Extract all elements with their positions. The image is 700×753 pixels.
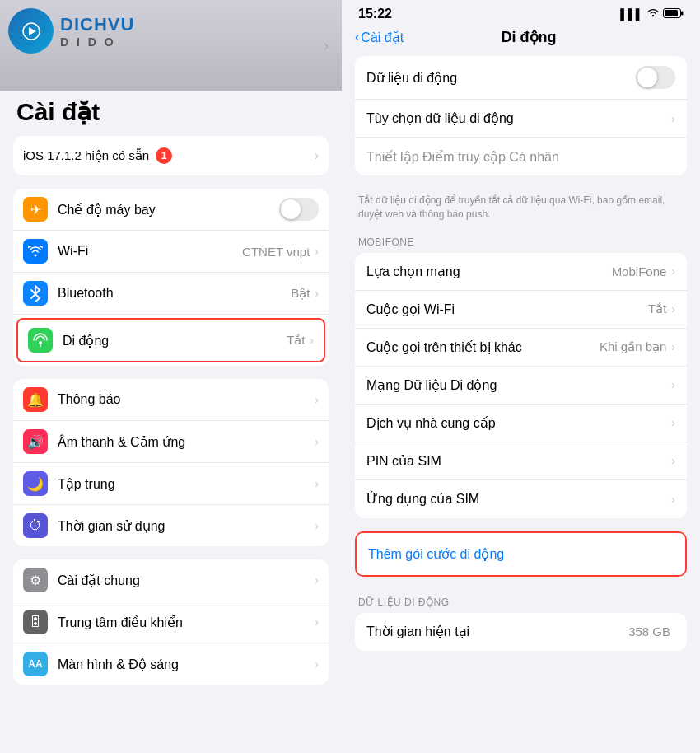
notifications-chevron-icon: ›	[315, 393, 319, 406]
display-label: Màn hình & Độ sáng	[58, 657, 315, 672]
wifi-value: CTNET vnpt	[242, 245, 310, 259]
add-mobile-plan-box[interactable]: Thêm gói cước di động	[355, 531, 687, 577]
sim-app-item[interactable]: Ứng dụng của SIM ›	[355, 480, 687, 518]
mobifone-group: Lựa chọn mạng MobiFone › Cuộc gọi Wi-Fi …	[355, 253, 687, 518]
sounds-chevron-icon: ›	[315, 435, 319, 448]
settings-group-general: ⚙ Cài đặt chung › 🎛 Trung tâm điều khiển…	[13, 559, 329, 685]
current-time-label: Thời gian hiện tại	[366, 624, 628, 639]
airplane-mode-item[interactable]: ✈ Chế độ máy bay	[13, 189, 329, 231]
mobile-network-label: Mạng Dữ liệu Di động	[366, 377, 671, 393]
display-chevron-icon: ›	[315, 657, 319, 671]
signal-icon: ▌▌▌	[620, 8, 643, 21]
personal-hotspot-item: Thiết lập Điểm truy cập Cá nhân	[355, 138, 687, 175]
svg-rect-3	[681, 11, 684, 15]
right-panel: 15:22 ▌▌▌ ‹ Cài đặt	[342, 0, 700, 753]
watermark-line1: DICHVU	[60, 14, 134, 35]
top-chevron-icon: ›	[324, 37, 329, 54]
wifi-label: Wi-Fi	[58, 244, 242, 259]
watermark-line2: D I D O	[60, 35, 134, 49]
update-banner[interactable]: iOS 17.1.2 hiện có sẵn 1 ›	[13, 136, 329, 175]
other-device-call-value: Khi gần bạn	[600, 339, 666, 354]
general-icon: ⚙	[23, 568, 48, 592]
sounds-icon: 🔊	[23, 429, 48, 454]
sim-pin-chevron-icon: ›	[671, 454, 675, 467]
mobile-data-toggle-label: Dữ liệu di động	[366, 70, 636, 86]
svg-rect-4	[665, 10, 678, 16]
display-icon: AA	[23, 652, 48, 676]
notifications-label: Thông báo	[58, 392, 315, 407]
bluetooth-value: Bật	[291, 286, 310, 301]
control-center-chevron-icon: ›	[315, 615, 319, 629]
mobile-data-toggle-knob	[637, 68, 657, 87]
mobile-network-item[interactable]: Mạng Dữ liệu Di động ›	[355, 367, 687, 405]
network-select-value: MobiFone	[612, 264, 667, 278]
personal-hotspot-label: Thiết lập Điểm truy cập Cá nhân	[366, 149, 675, 165]
screen-time-icon: ⏱	[23, 513, 48, 538]
mobile-data-options-item[interactable]: Tùy chọn dữ liệu di động ›	[355, 100, 687, 138]
update-chevron-icon: ›	[315, 148, 319, 163]
focus-label: Tập trung	[58, 476, 315, 492]
screen-time-item[interactable]: ⏱ Thời gian sử dụng ›	[13, 505, 329, 546]
notifications-icon: 🔔	[23, 387, 48, 412]
airplane-toggle[interactable]	[279, 198, 319, 221]
display-item[interactable]: AA Màn hình & Độ sáng ›	[13, 643, 329, 685]
mobile-network-chevron-icon: ›	[671, 378, 675, 391]
provider-service-item[interactable]: Dịch vụ nhà cung cấp ›	[355, 405, 687, 442]
other-device-call-label: Cuộc gọi trên thiết bị khác	[366, 339, 600, 355]
data-usage-section-label: DỮ LIỆU DI ĐỘNG	[355, 590, 687, 613]
status-icons: ▌▌▌	[620, 8, 684, 21]
other-device-chevron-icon: ›	[671, 340, 675, 353]
mobile-chevron-icon: ›	[310, 334, 314, 347]
mobile-icon	[28, 328, 53, 353]
status-time: 15:22	[358, 7, 392, 21]
mobile-data-item[interactable]: Di động Tắt ›	[16, 318, 325, 362]
mobile-data-description: Tắt dữ liệu di động để truyền tắt cả dữ …	[355, 189, 687, 230]
network-select-label: Lựa chọn mạng	[366, 264, 612, 279]
page-title: Di động	[404, 28, 654, 46]
settings-group-notifications: 🔔 Thông báo › 🔊 Âm thanh & Cảm ứng › 🌙 T…	[13, 379, 329, 546]
focus-item[interactable]: 🌙 Tập trung ›	[13, 463, 329, 505]
bluetooth-item[interactable]: Bluetooth Bật ›	[13, 273, 329, 315]
control-center-icon: 🎛	[23, 610, 48, 634]
sim-pin-label: PIN của SIM	[366, 453, 671, 469]
screen-time-label: Thời gian sử dụng	[58, 518, 315, 534]
back-label: Cài đặt	[361, 30, 404, 45]
left-header: Cài đặt	[0, 91, 342, 129]
right-nav-header: ‹ Cài đặt Di động	[342, 25, 700, 56]
notifications-item[interactable]: 🔔 Thông báo ›	[13, 379, 329, 421]
wifi-item[interactable]: Wi-Fi CTNET vnpt ›	[13, 231, 329, 273]
wifi-status-icon	[646, 8, 660, 21]
mobile-data-toggle[interactable]	[636, 66, 675, 89]
other-device-call-item[interactable]: Cuộc gọi trên thiết bị khác Khi gần bạn …	[355, 329, 687, 367]
back-button[interactable]: ‹ Cài đặt	[355, 30, 404, 45]
watermark-logo	[8, 8, 54, 54]
sim-pin-item[interactable]: PIN của SIM ›	[355, 442, 687, 480]
wifi-icon	[23, 239, 48, 264]
current-time-value: 358 GB	[628, 624, 670, 638]
bluetooth-chevron-icon: ›	[315, 287, 319, 300]
svg-point-0	[39, 341, 42, 344]
sounds-item[interactable]: 🔊 Âm thanh & Cảm ứng ›	[13, 421, 329, 463]
wifi-call-item[interactable]: Cuộc gọi Wi-Fi Tắt ›	[355, 291, 687, 329]
airplane-label: Chế độ máy bay	[58, 202, 279, 217]
control-center-item[interactable]: 🎛 Trung tâm điều khiển ›	[13, 601, 329, 643]
mobifone-section-label: MOBIFONE	[355, 230, 687, 253]
bluetooth-label: Bluetooth	[58, 286, 291, 301]
mobile-label: Di động	[63, 333, 287, 348]
mobile-value: Tắt	[287, 333, 305, 348]
back-chevron-icon: ‹	[355, 30, 359, 44]
watermark: DICHVU D I D O	[8, 8, 134, 54]
current-time-item: Thời gian hiện tại 358 GB	[355, 613, 687, 651]
mobile-data-toggle-item[interactable]: Dữ liệu di động	[355, 56, 687, 100]
add-mobile-plan-label[interactable]: Thêm gói cước di động	[368, 547, 504, 561]
settings-group-connectivity: ✈ Chế độ máy bay Wi-Fi CTNET vnpt ›	[13, 189, 329, 366]
network-select-chevron-icon: ›	[671, 264, 675, 278]
mobile-data-options-label: Tùy chọn dữ liệu di động	[366, 110, 671, 126]
general-item[interactable]: ⚙ Cài đặt chung ›	[13, 559, 329, 601]
network-select-item[interactable]: Lựa chọn mạng MobiFone ›	[355, 253, 687, 291]
sim-app-chevron-icon: ›	[671, 493, 675, 506]
provider-service-label: Dịch vụ nhà cung cấp	[366, 415, 671, 431]
sim-app-label: Ứng dụng của SIM	[366, 491, 671, 507]
wifi-call-label: Cuộc gọi Wi-Fi	[366, 302, 648, 317]
general-label: Cài đặt chung	[58, 573, 315, 588]
